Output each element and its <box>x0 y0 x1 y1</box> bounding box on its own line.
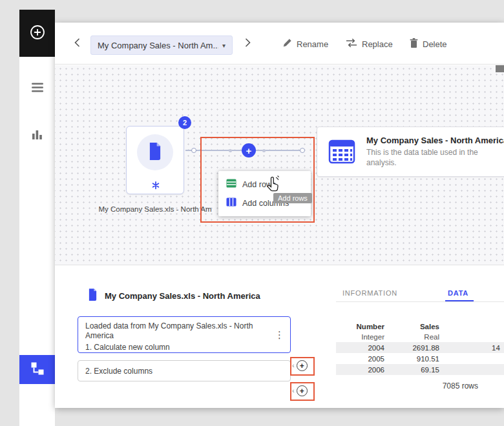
cell: 2691.88 <box>384 344 439 352</box>
panel-divider <box>55 265 504 265</box>
add-transformation-button[interactable]: + <box>242 143 256 157</box>
canvas-scrollbar-thumb[interactable] <box>496 65 504 72</box>
chevron-left-icon <box>74 38 80 50</box>
collapse-left-icon: ‹ <box>292 362 295 369</box>
data-table-card[interactable]: My Company Sales - North America This is… <box>317 127 504 177</box>
node-label: My Company Sales.xls - North Am <box>90 205 220 213</box>
insert-step-button-2[interactable]: + <box>297 385 308 396</box>
connector-dot <box>262 149 266 152</box>
replace-label: Replace <box>362 39 393 49</box>
file-icon <box>88 289 98 303</box>
table-grid-icon <box>328 137 356 168</box>
column-header: Number <box>336 323 384 330</box>
cell: 2005 <box>336 355 384 363</box>
tab-information[interactable]: INFORMATION <box>342 289 397 297</box>
plus-icon: + <box>300 361 304 370</box>
step-loaded-data-label: Loaded data from My Company Sales.xls - … <box>85 321 273 341</box>
step-group-loaded-data[interactable]: Loaded data from My Company Sales.xls - … <box>78 316 291 353</box>
table-row: 2004 2691.88 14 <box>336 342 504 353</box>
tab-data[interactable]: DATA <box>448 289 468 297</box>
document-icon <box>148 143 162 163</box>
row-count-label: 7085 rows <box>336 381 478 391</box>
cell: 2004 <box>336 344 384 352</box>
table-header-row: Number Sales <box>336 321 504 332</box>
app-sidebar <box>19 10 55 426</box>
canvas-toolbar: My Company Sales - North Am... ▾ Rename <box>55 23 504 65</box>
plus-circle-icon <box>30 25 45 43</box>
source-node-card[interactable] <box>126 126 184 194</box>
table-card-title: My Company Sales - North America <box>366 136 504 145</box>
table-row: 2005 910.51 <box>336 353 504 364</box>
kebab-menu-icon[interactable]: ⋮ <box>275 329 284 341</box>
trash-icon <box>410 38 418 50</box>
sidebar-item-files[interactable] <box>19 83 55 95</box>
node-count-badge: 2 <box>178 116 191 129</box>
column-type: Integer <box>336 333 384 341</box>
recommendations-icon <box>151 181 160 192</box>
previous-table-button[interactable] <box>71 38 83 50</box>
step-calculate-column-label: 1. Calculate new column <box>85 343 273 352</box>
data-canvas-window: My Company Sales - North Am... ▾ Rename <box>55 23 504 408</box>
delete-label: Delete <box>423 39 447 49</box>
list-icon <box>32 83 43 95</box>
plus-icon: + <box>300 387 304 396</box>
data-canvas-icon <box>30 361 45 378</box>
insert-step-button-1[interactable]: + <box>297 360 308 371</box>
insert-step-control-2: ‹ + <box>292 385 308 396</box>
column-type: Real <box>384 333 439 341</box>
table-type-row: Integer Real <box>336 331 504 342</box>
step-exclude-columns[interactable]: 2. Exclude columns <box>78 360 291 381</box>
sidebar-item-data-canvas[interactable] <box>19 355 55 384</box>
add-columns-icon <box>226 198 236 208</box>
cell: 2006 <box>336 366 384 374</box>
table-card-description: This is the data table used in the analy… <box>366 147 503 168</box>
plus-icon: + <box>246 145 252 156</box>
mouse-cursor-icon <box>265 176 281 196</box>
rename-button[interactable]: Rename <box>282 37 328 51</box>
node-circle <box>137 134 173 170</box>
tab-divider <box>336 301 504 302</box>
source-file-title: My Company Sales.xls - North America <box>105 291 260 301</box>
table-row: 2006 69.15 <box>336 364 504 375</box>
add-analysis-button[interactable] <box>19 10 55 57</box>
cell: 14 <box>439 344 504 352</box>
connector-dot <box>229 149 232 152</box>
insert-step-control-1: ‹ + <box>292 360 308 371</box>
add-rows-icon <box>226 179 236 190</box>
cell: 69.15 <box>384 366 439 374</box>
sidebar-item-visualizations[interactable] <box>19 128 55 142</box>
next-table-button[interactable] <box>242 38 253 50</box>
collapse-left-icon: ‹ <box>292 387 295 394</box>
swap-arrows-icon <box>346 38 357 50</box>
cell: 910.51 <box>384 355 439 363</box>
column-header: Sales <box>384 323 439 330</box>
chevron-right-icon <box>245 38 251 50</box>
pencil-icon <box>282 38 292 50</box>
rename-label: Rename <box>297 39 328 49</box>
dataset-selector-dropdown[interactable]: My Company Sales - North Am... ▾ <box>90 36 233 55</box>
dataset-selector-value: My Company Sales - North Am... <box>98 41 218 50</box>
replace-button[interactable]: Replace <box>346 37 393 51</box>
step-exclude-columns-label: 2. Exclude columns <box>85 367 152 376</box>
connector-port-right <box>300 148 305 153</box>
bar-chart-icon <box>32 128 43 142</box>
chevron-down-icon: ▾ <box>222 42 226 49</box>
delete-button[interactable]: Delete <box>410 37 447 51</box>
active-tab-underline <box>445 300 474 301</box>
connector-port-left <box>191 148 196 153</box>
